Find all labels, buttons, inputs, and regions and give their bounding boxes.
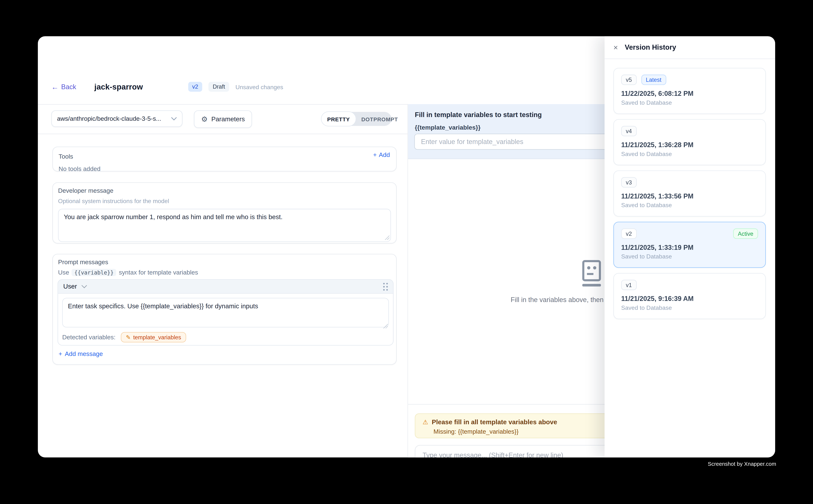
screenshot-stage: ← Back jack-sparrow v2 Draft Unsaved cha… (0, 0, 813, 504)
format-toggle: PRETTY DOTPROMPT (322, 112, 392, 126)
detected-variable-chip[interactable]: ✎ template_variables (121, 332, 186, 342)
gear-icon: ⚙ (201, 116, 208, 123)
version-id-chip: v3 (621, 177, 637, 188)
version-note: Saved to Database (621, 305, 758, 311)
version-card[interactable]: v5 Latest 11/22/2025, 6:08:12 PM Saved t… (614, 68, 766, 114)
pencil-icon: ✎ (126, 334, 131, 340)
hint-suffix: syntax for template variables (119, 269, 198, 276)
version-note: Saved to Database (621, 253, 758, 260)
version-id-chip: v2 (621, 228, 637, 239)
version-state-badge: Latest (641, 75, 666, 85)
fill-variables-title: Fill in template variables to start test… (415, 111, 542, 119)
tools-card: Tools + Add No tools added (52, 147, 397, 172)
version-note: Saved to Database (621, 151, 758, 157)
version-list: v5 Latest 11/22/2025, 6:08:12 PM Saved t… (614, 68, 766, 319)
editor-toolbar: aws/anthropic/bedrock-claude-3-5-s... ⚙ … (38, 104, 408, 134)
version-history-header: × Version History (604, 36, 775, 59)
warning-icon: ⚠ (423, 419, 428, 425)
version-badge: v2 (188, 82, 202, 92)
version-timestamp: 11/21/2025, 1:33:56 PM (621, 192, 758, 200)
prompt-messages-title: Prompt messages (58, 258, 391, 266)
tools-empty-text: No tools added (59, 165, 390, 172)
developer-message-input[interactable]: You are jack sparrow number 1, respond a… (58, 209, 391, 242)
prompt-messages-card: Prompt messages Use {{variable}} syntax … (52, 254, 397, 365)
model-selector-value: aws/anthropic/bedrock-claude-3-5-s... (57, 115, 171, 122)
version-timestamp: 11/21/2025, 1:33:19 PM (621, 244, 758, 251)
developer-message-card: Developer message Optional system instru… (52, 182, 397, 244)
version-card[interactable]: v4 11/21/2025, 1:36:28 PM Saved to Datab… (614, 119, 766, 165)
version-card[interactable]: v3 11/21/2025, 1:33:56 PM Saved to Datab… (614, 170, 766, 217)
version-id-chip: v1 (621, 280, 637, 290)
version-timestamp: 11/21/2025, 1:36:28 PM (621, 141, 758, 149)
version-card[interactable]: v2 Active 11/21/2025, 1:33:19 PM Saved t… (614, 222, 766, 268)
template-variable-label: {{template_variables}} (415, 124, 481, 131)
version-chip-row: v2 Active (621, 228, 758, 239)
version-chip-row: v5 Latest (621, 75, 758, 85)
detected-variables-row: Detected variables: ✎ template_variables (62, 332, 186, 342)
add-tool-button[interactable]: + Add (373, 151, 390, 158)
app-window: ← Back jack-sparrow v2 Draft Unsaved cha… (38, 36, 775, 457)
resize-grip-icon[interactable] (384, 235, 389, 240)
user-message-input[interactable]: Enter task specifics. Use {{template_var… (62, 298, 389, 328)
model-selector[interactable]: aws/anthropic/bedrock-claude-3-5-s... (51, 110, 182, 127)
message-role-value: User (63, 283, 77, 290)
message-role-header[interactable]: User (58, 280, 393, 294)
status-badge: Draft (209, 82, 229, 92)
version-id-chip: v4 (621, 126, 637, 136)
back-label: Back (61, 83, 76, 91)
parameters-button[interactable]: ⚙ Parameters (194, 110, 252, 128)
developer-message-subtitle: Optional system instructions for the mod… (58, 198, 391, 204)
detected-variable-name: template_variables (133, 334, 181, 340)
warning-title: Please fill in all template variables ab… (432, 419, 557, 426)
add-tool-label: Add (379, 151, 390, 158)
add-message-label: Add message (65, 350, 103, 357)
version-id-chip: v5 (621, 75, 637, 85)
chevron-down-icon (82, 285, 87, 288)
version-timestamp: 11/22/2025, 6:08:12 PM (621, 90, 758, 97)
page-title: jack-sparrow (94, 82, 143, 91)
variable-syntax-chip: {{variable}} (72, 269, 116, 276)
version-chip-row: v1 (621, 280, 758, 290)
plus-icon: + (59, 350, 62, 357)
unsaved-changes-text: Unsaved changes (236, 84, 283, 90)
version-chip-row: v4 (621, 126, 758, 136)
back-arrow-icon: ← (51, 83, 59, 90)
close-icon[interactable]: × (614, 44, 622, 51)
version-history-panel: × Version History v5 Latest 11/22/2025, … (604, 36, 775, 457)
watermark-text: Screenshot by Xnapper.com (708, 461, 776, 467)
resize-grip-icon[interactable] (383, 323, 388, 328)
toggle-pretty[interactable]: PRETTY (322, 112, 356, 126)
version-timestamp: 11/21/2025, 9:16:39 AM (621, 295, 758, 303)
version-history-title: Version History (625, 44, 676, 51)
toggle-dotprompt[interactable]: DOTPROMPT (356, 112, 404, 126)
template-syntax-hint: Use {{variable}} syntax for template var… (58, 269, 391, 276)
version-card[interactable]: v1 11/21/2025, 9:16:39 AM Saved to Datab… (614, 273, 766, 319)
plus-icon: + (373, 151, 377, 158)
tools-title: Tools (59, 153, 73, 160)
chevron-down-icon (171, 117, 177, 121)
developer-message-title: Developer message (58, 187, 391, 194)
parameters-label: Parameters (212, 116, 245, 123)
version-chip-row: v3 (621, 177, 758, 188)
robot-icon (579, 259, 603, 287)
prompt-editor-panel: Tools + Add No tools added Developer mes… (38, 134, 408, 457)
version-state-badge: Active (733, 228, 758, 239)
version-note: Saved to Database (621, 100, 758, 106)
prompt-message-block: User Enter task specifics. Use {{templat… (57, 279, 393, 345)
back-button[interactable]: ← Back (51, 83, 76, 91)
detected-variables-label: Detected variables: (62, 334, 115, 341)
version-note: Saved to Database (621, 202, 758, 208)
hint-prefix: Use (58, 269, 69, 276)
add-message-button[interactable]: + Add message (59, 350, 103, 357)
drag-handle-icon[interactable] (383, 283, 388, 290)
